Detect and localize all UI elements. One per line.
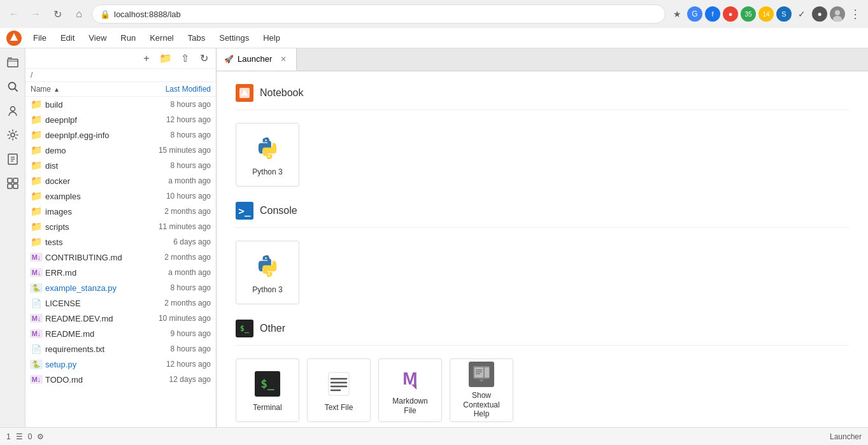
list-item[interactable]: 📁 scripts 11 minutes ago [25,219,216,234]
notebook-items: Python 3 [236,123,849,187]
file-modified: a month ago [168,268,211,277]
activity-folder[interactable] [1,51,24,74]
ext7-icon[interactable]: ✓ [794,6,809,22]
new-file-button[interactable]: + [138,50,155,67]
list-item[interactable]: 📁 deepnlpf.egg-info 8 hours ago [25,127,216,143]
address-bar[interactable]: 🔒 localhost:8888/lab [92,4,665,24]
launcher-section-console: >_ Console [236,202,849,304]
ext1-icon[interactable]: G [687,6,702,22]
list-item[interactable]: M↓ README.md 9 hours ago [25,326,216,341]
sidebar-path: / [25,69,216,82]
activity-file[interactable] [1,148,24,171]
new-folder-button[interactable]: 📁 [157,50,174,67]
menu-settings[interactable]: Settings [213,31,255,45]
notebook-divider [236,109,849,110]
forward-button[interactable]: → [27,5,45,23]
profile-icon[interactable] [830,6,845,22]
menu-file[interactable]: File [27,31,53,45]
refresh-button[interactable]: ↻ [196,50,212,67]
bookmark-icon[interactable]: ★ [669,6,685,22]
file-modified: 8 hours ago [171,131,211,139]
file-type-icon: 🐍 [31,358,42,370]
file-modified: 12 hours ago [166,115,211,124]
ext4-icon[interactable]: 35 [741,6,756,22]
status-item-1[interactable]: 1 [6,432,11,441]
console-section-icon: >_ [236,202,253,220]
main-content: 🚀 Launcher ✕ Notebook [217,48,868,427]
list-item[interactable]: 🐍 example_stanza.py 8 hours ago [25,280,216,295]
status-item-3[interactable]: 0 [28,432,32,441]
svg-rect-14 [13,178,18,183]
activity-gear[interactable] [1,124,24,146]
file-modified: 2 months ago [164,207,211,216]
upload-button[interactable]: ⇧ [176,50,193,67]
file-name: TODO.md [45,375,169,385]
tab-close-button[interactable]: ✕ [278,54,288,64]
menu-run[interactable]: Run [114,31,142,45]
home-button[interactable]: ⌂ [70,5,88,23]
file-type-icon: M↓ [31,313,42,324]
menu-tabs[interactable]: Tabs [181,31,211,45]
list-item[interactable]: M↓ ERR.md a month ago [25,265,216,280]
list-item[interactable]: 📁 images 2 months ago [25,204,216,219]
menu-edit[interactable]: Edit [54,31,81,45]
svg-marker-31 [479,379,484,382]
other-section-icon: $_ [236,320,253,337]
list-item[interactable]: 📁 tests 6 days ago [25,234,216,250]
python3-console-icon [252,251,283,281]
section-title-console: >_ Console [236,202,849,220]
activity-search[interactable] [1,75,24,98]
launcher-section-notebook: Notebook Python 3 [236,84,849,187]
activity-users[interactable] [1,99,24,122]
list-item[interactable]: 🐍 setup.py 12 hours ago [25,357,216,372]
svg-rect-15 [8,184,12,188]
tab-launcher[interactable]: 🚀 Launcher ✕ [217,48,297,71]
tab-bar: 🚀 Launcher ✕ [217,48,868,71]
activity-puzzle[interactable] [1,172,24,195]
python3-console-item[interactable]: Python 3 [236,241,299,304]
python3-notebook-item[interactable]: Python 3 [236,123,299,187]
list-item[interactable]: 📁 examples 10 hours ago [25,188,216,204]
list-item[interactable]: 📄 requirements.txt 8 hours ago [25,341,216,357]
file-modified: 8 hours ago [171,344,211,353]
list-item[interactable]: 📁 deepnlpf 12 hours ago [25,112,216,127]
list-item[interactable]: 📄 LICENSE 2 months ago [25,295,216,311]
python3-console-label: Python 3 [252,285,282,294]
file-modified: 12 days ago [169,375,211,384]
status-item-4[interactable]: ⚙ [37,432,44,441]
back-button[interactable]: ← [5,5,23,23]
console-divider [236,227,849,228]
section-title-other: $_ Other [236,320,849,337]
list-item[interactable]: 📁 demo 15 minutes ago [25,143,216,158]
list-item[interactable]: 📁 docker a month ago [25,173,216,188]
status-item-2[interactable]: ☰ [16,432,23,441]
ext2-icon[interactable]: f [705,6,720,22]
more-menu-icon[interactable]: ⋮ [848,6,863,22]
list-item[interactable]: M↓ TODO.md 12 days ago [25,372,216,387]
menu-kernel[interactable]: Kernel [143,31,180,45]
reload-button[interactable]: ↻ [48,5,66,23]
list-item[interactable]: 📁 dist 8 hours ago [25,158,216,173]
list-item[interactable]: M↓ README.DEV.md 10 minutes ago [25,311,216,326]
file-type-icon: 📁 [31,99,42,110]
ext5-icon[interactable]: 14 [758,6,774,22]
menu-help[interactable]: Help [257,31,287,45]
ext3-icon[interactable]: ● [723,6,738,22]
list-item[interactable]: M↓ CONTRIBUTING.md 2 months ago [25,250,216,265]
ext6-icon[interactable]: S [776,6,792,22]
terminal-item[interactable]: $_ Terminal [236,358,299,422]
file-type-icon: M↓ [31,328,42,339]
file-name: ERR.md [45,268,168,278]
list-item[interactable]: 📁 build 8 hours ago [25,97,216,112]
sidebar-toolbar: + 📁 ⇧ ↻ [25,48,216,69]
file-modified: 2 months ago [164,299,211,307]
svg-rect-18 [329,372,349,395]
file-modified: 8 hours ago [171,283,211,292]
contextual-help-item[interactable]: Show Contextual Help [450,358,513,422]
textfile-item[interactable]: Text File [307,358,371,422]
file-list-header[interactable]: Name ▲ Last Modified [25,82,216,97]
menu-view[interactable]: View [82,31,113,45]
notebook-title: Notebook [260,87,304,99]
markdown-item[interactable]: M Markdown File [378,358,442,422]
ext8-icon[interactable]: ● [812,6,827,22]
